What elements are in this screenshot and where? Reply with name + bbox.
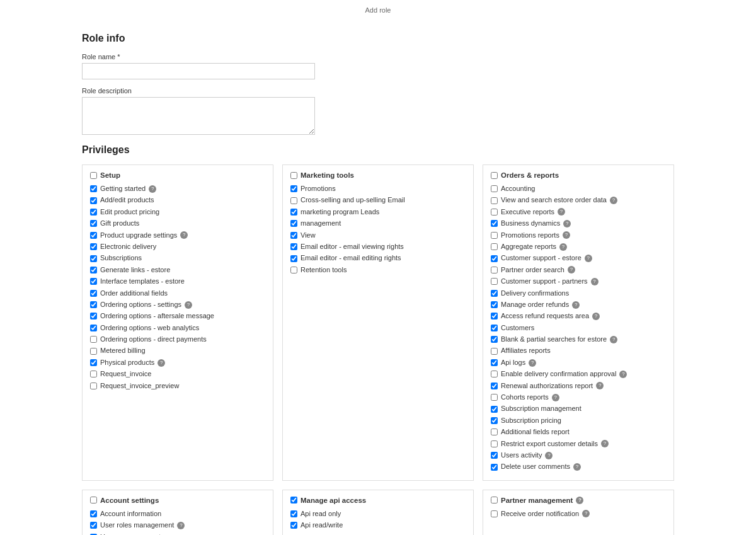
partner-management-header: Partner management ? [491,497,666,504]
cb-promotions-reports[interactable] [491,232,498,239]
info-getting-started[interactable]: ? [149,185,156,193]
cb-api-read-write[interactable] [290,522,297,529]
priv-promotions: Promotions [290,184,466,193]
info-user-roles-management[interactable]: ? [177,522,185,529]
cb-subscription-management[interactable] [491,406,498,413]
info-users-activity[interactable]: ? [545,452,553,459]
info-business-dynamics[interactable]: ? [563,220,571,227]
cb-subscription-pricing[interactable] [491,417,498,424]
info-receive-order-notification[interactable]: ? [582,510,590,517]
info-promotions-reports[interactable]: ? [563,231,570,239]
role-name-input[interactable] [82,63,315,79]
info-physical-products[interactable]: ? [158,359,165,367]
cb-enable-delivery-confirmation[interactable] [491,371,498,377]
info-api-logs[interactable]: ? [529,359,536,367]
priv-product-upgrade-settings: Product upgrade settings ? [90,231,265,240]
cb-additional-fields-report[interactable] [491,429,498,435]
info-customer-support-estore[interactable]: ? [585,255,592,262]
priv-interface-templates-estore: Interface templates - estore [90,277,265,286]
cb-cross-selling[interactable] [290,197,297,204]
info-product-upgrade-settings[interactable]: ? [180,231,188,239]
manage-api-access-header-checkbox[interactable] [290,497,297,503]
priv-users-activity: Users activity ? [491,451,666,460]
info-customer-support-partners[interactable]: ? [591,278,598,285]
role-description-input[interactable] [82,97,315,135]
cb-delivery-confirmations[interactable] [491,290,498,297]
priv-account-information: Account information [90,509,265,519]
priv-user-roles-management: User roles management ? [90,521,265,530]
cb-restrict-export-customer[interactable] [491,440,498,447]
info-aggregate-reports[interactable]: ? [559,243,567,251]
cb-email-editor-editing[interactable] [290,255,297,262]
cb-customers[interactable] [491,325,498,331]
cb-retention-tools[interactable] [290,267,297,273]
cb-add-edit-products[interactable] [90,197,97,204]
info-partner-order-search[interactable]: ? [568,266,575,273]
cb-customer-support-partners[interactable] [491,278,498,285]
cb-marketing-program-leads[interactable] [290,209,297,216]
cb-delete-user-comments[interactable] [491,464,498,471]
cb-subscriptions[interactable] [90,255,97,262]
priv-affiliates-reports: Affiliates reports [491,346,666,355]
cb-ordering-options-direct-payments[interactable] [90,336,97,343]
cb-executive-reports[interactable] [491,209,498,216]
cb-renewal-authorizations[interactable] [491,383,498,389]
cb-blank-partial-searches[interactable] [491,336,498,343]
orders-reports-header-checkbox[interactable] [491,172,498,179]
cb-aggregate-reports[interactable] [491,243,498,250]
info-delete-user-comments[interactable]: ? [573,463,581,471]
cb-view[interactable] [290,232,297,239]
cb-generate-links-estore[interactable] [90,267,97,273]
cb-partner-order-search[interactable] [491,267,498,273]
cb-request-invoice-preview[interactable] [90,383,97,389]
cb-edit-product-pricing[interactable] [90,209,97,216]
setup-header-checkbox[interactable] [90,172,97,179]
cb-cohorts-reports[interactable] [491,394,498,401]
cb-api-read-only[interactable] [290,510,297,517]
cb-metered-billing[interactable] [90,348,97,355]
cb-promotions[interactable] [290,185,297,192]
cb-ordering-options-web-analytics[interactable] [90,325,97,331]
cb-api-logs[interactable] [491,359,498,366]
cb-physical-products[interactable] [90,359,97,366]
priv-receive-order-notification: Receive order notification ? [491,509,666,519]
cb-ordering-options-aftersale[interactable] [90,313,97,319]
info-cohorts-reports[interactable]: ? [552,394,559,401]
cb-access-refund-requests[interactable] [491,313,498,319]
cb-getting-started[interactable] [90,185,97,192]
cb-order-additional-fields[interactable] [90,290,97,297]
priv-restrict-export-customer: Restrict export customer details ? [491,439,666,449]
cb-interface-templates-estore[interactable] [90,278,97,285]
cb-manage-order-refunds[interactable] [491,301,498,308]
partner-management-header-checkbox[interactable] [491,497,498,503]
account-settings-header-checkbox[interactable] [90,497,97,503]
cb-electronic-delivery[interactable] [90,243,97,250]
priv-generate-links-estore: Generate links - estore [90,265,265,275]
cb-users-activity[interactable] [491,452,498,459]
cb-account-information[interactable] [90,510,97,517]
info-partner-management[interactable]: ? [576,497,583,504]
cb-receive-order-notification[interactable] [491,510,498,517]
info-access-refund-requests[interactable]: ? [592,313,600,320]
cb-customer-support-estore[interactable] [491,255,498,262]
info-restrict-export-customer[interactable]: ? [601,440,609,447]
cb-product-upgrade-settings[interactable] [90,232,97,239]
cb-user-roles-management[interactable] [90,522,97,529]
info-executive-reports[interactable]: ? [558,208,565,216]
cb-gift-products[interactable] [90,220,97,227]
info-manage-order-refunds[interactable]: ? [572,301,580,309]
info-blank-partial-searches[interactable]: ? [610,336,617,343]
cb-request-invoice[interactable] [90,371,97,377]
cb-ordering-options-settings[interactable] [90,301,97,308]
cb-management[interactable] [290,220,297,227]
info-ordering-options-settings[interactable]: ? [185,301,192,309]
marketing-tools-header-checkbox[interactable] [290,172,297,179]
cb-business-dynamics[interactable] [491,220,498,227]
info-view-search-estore[interactable]: ? [610,197,617,204]
cb-accounting[interactable] [491,185,498,192]
info-enable-delivery-confirmation[interactable]: ? [619,371,627,378]
cb-view-search-estore[interactable] [491,197,498,204]
cb-email-editor-viewing[interactable] [290,243,297,250]
info-renewal-authorizations[interactable]: ? [596,382,604,389]
cb-affiliates-reports[interactable] [491,348,498,355]
